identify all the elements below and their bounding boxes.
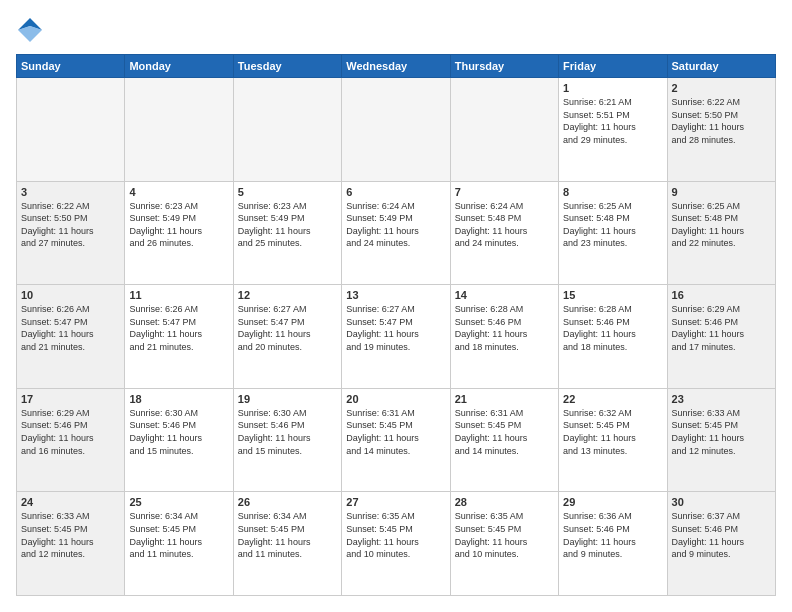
day-info: Sunrise: 6:22 AM Sunset: 5:50 PM Dayligh… <box>672 96 771 146</box>
day-info: Sunrise: 6:24 AM Sunset: 5:48 PM Dayligh… <box>455 200 554 250</box>
header <box>16 16 776 44</box>
calendar-cell: 10Sunrise: 6:26 AM Sunset: 5:47 PM Dayli… <box>17 285 125 389</box>
day-number: 7 <box>455 186 554 198</box>
day-number: 15 <box>563 289 662 301</box>
day-info: Sunrise: 6:24 AM Sunset: 5:49 PM Dayligh… <box>346 200 445 250</box>
calendar-cell: 7Sunrise: 6:24 AM Sunset: 5:48 PM Daylig… <box>450 181 558 285</box>
weekday-header: Saturday <box>667 55 775 78</box>
calendar-cell: 1Sunrise: 6:21 AM Sunset: 5:51 PM Daylig… <box>559 78 667 182</box>
day-info: Sunrise: 6:26 AM Sunset: 5:47 PM Dayligh… <box>21 303 120 353</box>
calendar-cell: 13Sunrise: 6:27 AM Sunset: 5:47 PM Dayli… <box>342 285 450 389</box>
calendar-week-row: 17Sunrise: 6:29 AM Sunset: 5:46 PM Dayli… <box>17 388 776 492</box>
day-number: 28 <box>455 496 554 508</box>
calendar-cell: 16Sunrise: 6:29 AM Sunset: 5:46 PM Dayli… <box>667 285 775 389</box>
day-info: Sunrise: 6:36 AM Sunset: 5:46 PM Dayligh… <box>563 510 662 560</box>
logo <box>16 16 48 44</box>
day-info: Sunrise: 6:28 AM Sunset: 5:46 PM Dayligh… <box>455 303 554 353</box>
day-info: Sunrise: 6:31 AM Sunset: 5:45 PM Dayligh… <box>346 407 445 457</box>
day-info: Sunrise: 6:35 AM Sunset: 5:45 PM Dayligh… <box>455 510 554 560</box>
calendar-cell: 17Sunrise: 6:29 AM Sunset: 5:46 PM Dayli… <box>17 388 125 492</box>
day-number: 5 <box>238 186 337 198</box>
day-number: 19 <box>238 393 337 405</box>
day-number: 20 <box>346 393 445 405</box>
day-number: 2 <box>672 82 771 94</box>
calendar-cell: 5Sunrise: 6:23 AM Sunset: 5:49 PM Daylig… <box>233 181 341 285</box>
calendar-cell <box>342 78 450 182</box>
weekday-header: Friday <box>559 55 667 78</box>
day-info: Sunrise: 6:31 AM Sunset: 5:45 PM Dayligh… <box>455 407 554 457</box>
day-number: 24 <box>21 496 120 508</box>
day-number: 23 <box>672 393 771 405</box>
day-number: 30 <box>672 496 771 508</box>
day-info: Sunrise: 6:27 AM Sunset: 5:47 PM Dayligh… <box>346 303 445 353</box>
day-info: Sunrise: 6:27 AM Sunset: 5:47 PM Dayligh… <box>238 303 337 353</box>
day-info: Sunrise: 6:25 AM Sunset: 5:48 PM Dayligh… <box>672 200 771 250</box>
calendar-cell: 27Sunrise: 6:35 AM Sunset: 5:45 PM Dayli… <box>342 492 450 596</box>
day-number: 12 <box>238 289 337 301</box>
calendar-cell <box>125 78 233 182</box>
day-number: 3 <box>21 186 120 198</box>
day-info: Sunrise: 6:29 AM Sunset: 5:46 PM Dayligh… <box>21 407 120 457</box>
calendar-cell: 9Sunrise: 6:25 AM Sunset: 5:48 PM Daylig… <box>667 181 775 285</box>
day-info: Sunrise: 6:28 AM Sunset: 5:46 PM Dayligh… <box>563 303 662 353</box>
calendar-cell: 3Sunrise: 6:22 AM Sunset: 5:50 PM Daylig… <box>17 181 125 285</box>
calendar-cell: 26Sunrise: 6:34 AM Sunset: 5:45 PM Dayli… <box>233 492 341 596</box>
calendar-cell: 12Sunrise: 6:27 AM Sunset: 5:47 PM Dayli… <box>233 285 341 389</box>
day-info: Sunrise: 6:34 AM Sunset: 5:45 PM Dayligh… <box>238 510 337 560</box>
day-number: 4 <box>129 186 228 198</box>
day-info: Sunrise: 6:35 AM Sunset: 5:45 PM Dayligh… <box>346 510 445 560</box>
calendar: SundayMondayTuesdayWednesdayThursdayFrid… <box>16 54 776 596</box>
calendar-week-row: 3Sunrise: 6:22 AM Sunset: 5:50 PM Daylig… <box>17 181 776 285</box>
weekday-header: Sunday <box>17 55 125 78</box>
logo-icon <box>16 16 44 44</box>
calendar-cell <box>450 78 558 182</box>
day-info: Sunrise: 6:25 AM Sunset: 5:48 PM Dayligh… <box>563 200 662 250</box>
calendar-cell: 11Sunrise: 6:26 AM Sunset: 5:47 PM Dayli… <box>125 285 233 389</box>
day-info: Sunrise: 6:34 AM Sunset: 5:45 PM Dayligh… <box>129 510 228 560</box>
calendar-header-row: SundayMondayTuesdayWednesdayThursdayFrid… <box>17 55 776 78</box>
day-info: Sunrise: 6:21 AM Sunset: 5:51 PM Dayligh… <box>563 96 662 146</box>
day-number: 13 <box>346 289 445 301</box>
day-number: 6 <box>346 186 445 198</box>
day-number: 26 <box>238 496 337 508</box>
day-number: 21 <box>455 393 554 405</box>
weekday-header: Monday <box>125 55 233 78</box>
calendar-cell <box>233 78 341 182</box>
day-number: 17 <box>21 393 120 405</box>
calendar-cell: 22Sunrise: 6:32 AM Sunset: 5:45 PM Dayli… <box>559 388 667 492</box>
day-info: Sunrise: 6:29 AM Sunset: 5:46 PM Dayligh… <box>672 303 771 353</box>
day-number: 14 <box>455 289 554 301</box>
day-number: 27 <box>346 496 445 508</box>
calendar-cell: 14Sunrise: 6:28 AM Sunset: 5:46 PM Dayli… <box>450 285 558 389</box>
calendar-body: 1Sunrise: 6:21 AM Sunset: 5:51 PM Daylig… <box>17 78 776 596</box>
day-info: Sunrise: 6:30 AM Sunset: 5:46 PM Dayligh… <box>238 407 337 457</box>
weekday-header: Wednesday <box>342 55 450 78</box>
calendar-cell: 20Sunrise: 6:31 AM Sunset: 5:45 PM Dayli… <box>342 388 450 492</box>
day-number: 25 <box>129 496 228 508</box>
day-number: 10 <box>21 289 120 301</box>
calendar-cell: 21Sunrise: 6:31 AM Sunset: 5:45 PM Dayli… <box>450 388 558 492</box>
day-info: Sunrise: 6:32 AM Sunset: 5:45 PM Dayligh… <box>563 407 662 457</box>
day-info: Sunrise: 6:37 AM Sunset: 5:46 PM Dayligh… <box>672 510 771 560</box>
calendar-week-row: 1Sunrise: 6:21 AM Sunset: 5:51 PM Daylig… <box>17 78 776 182</box>
day-number: 16 <box>672 289 771 301</box>
calendar-cell: 6Sunrise: 6:24 AM Sunset: 5:49 PM Daylig… <box>342 181 450 285</box>
calendar-cell: 25Sunrise: 6:34 AM Sunset: 5:45 PM Dayli… <box>125 492 233 596</box>
day-number: 29 <box>563 496 662 508</box>
day-number: 18 <box>129 393 228 405</box>
day-info: Sunrise: 6:26 AM Sunset: 5:47 PM Dayligh… <box>129 303 228 353</box>
calendar-cell: 15Sunrise: 6:28 AM Sunset: 5:46 PM Dayli… <box>559 285 667 389</box>
day-number: 22 <box>563 393 662 405</box>
calendar-cell: 2Sunrise: 6:22 AM Sunset: 5:50 PM Daylig… <box>667 78 775 182</box>
day-info: Sunrise: 6:22 AM Sunset: 5:50 PM Dayligh… <box>21 200 120 250</box>
calendar-cell: 28Sunrise: 6:35 AM Sunset: 5:45 PM Dayli… <box>450 492 558 596</box>
day-info: Sunrise: 6:33 AM Sunset: 5:45 PM Dayligh… <box>672 407 771 457</box>
day-number: 1 <box>563 82 662 94</box>
weekday-header: Tuesday <box>233 55 341 78</box>
calendar-week-row: 24Sunrise: 6:33 AM Sunset: 5:45 PM Dayli… <box>17 492 776 596</box>
calendar-cell: 30Sunrise: 6:37 AM Sunset: 5:46 PM Dayli… <box>667 492 775 596</box>
day-info: Sunrise: 6:30 AM Sunset: 5:46 PM Dayligh… <box>129 407 228 457</box>
page: SundayMondayTuesdayWednesdayThursdayFrid… <box>0 0 792 612</box>
calendar-cell: 23Sunrise: 6:33 AM Sunset: 5:45 PM Dayli… <box>667 388 775 492</box>
calendar-cell: 19Sunrise: 6:30 AM Sunset: 5:46 PM Dayli… <box>233 388 341 492</box>
